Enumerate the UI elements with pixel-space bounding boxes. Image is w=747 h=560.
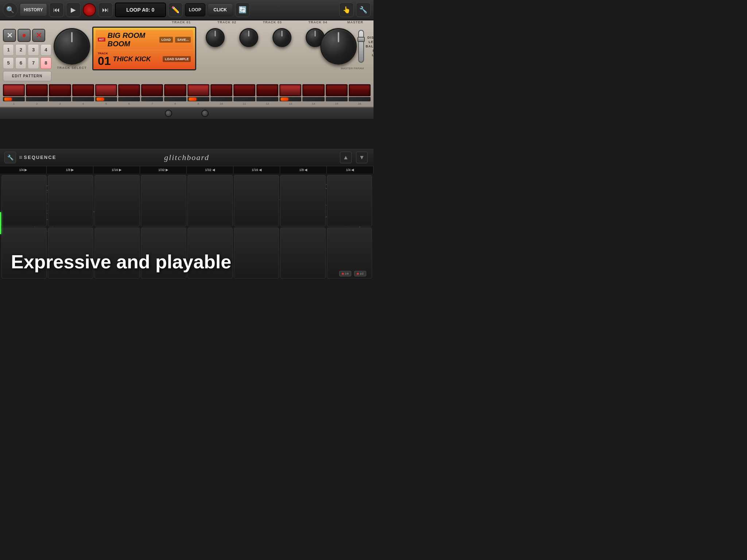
load-sample-button[interactable]: LOAD SAMPLE xyxy=(163,56,191,62)
master-knob[interactable] xyxy=(320,28,357,65)
seq-label-5: 1/32 ◀ xyxy=(187,166,233,174)
track-knob-3-dial[interactable] xyxy=(272,28,291,47)
pad-button-14[interactable] xyxy=(302,84,324,96)
master-slider-handle[interactable] xyxy=(357,37,365,42)
green-indicator xyxy=(0,212,1,234)
pad-number-14: 14 xyxy=(302,102,324,105)
num-btn-5[interactable]: 5 xyxy=(3,57,14,69)
num-btn-1[interactable]: 1 xyxy=(3,44,14,56)
pad-2[interactable]: 2 xyxy=(26,84,48,105)
grid-pad-14[interactable] xyxy=(234,228,279,279)
indicator-label-2: 1/2 xyxy=(360,272,364,275)
kit-display-row: KIT BIG ROOM BOOM LOAD SAVE... xyxy=(96,30,193,50)
pad-indicator-11 xyxy=(233,97,255,101)
num-btn-6[interactable]: 6 xyxy=(15,57,26,69)
num-btn-4[interactable]: 4 xyxy=(40,44,51,56)
pad-7[interactable]: 7 xyxy=(141,84,163,105)
pad-10[interactable]: 10 xyxy=(210,84,232,105)
pad-button-12[interactable] xyxy=(256,84,278,96)
pad-14[interactable]: 14 xyxy=(302,84,324,105)
pad-15[interactable]: 15 xyxy=(326,84,348,105)
grid-pad-8[interactable] xyxy=(327,175,372,226)
track-knob-1-dial[interactable] xyxy=(206,28,225,47)
pad-12[interactable]: 12 xyxy=(256,84,278,105)
master-param-length[interactable]: LENGTH xyxy=(365,40,374,44)
pad-light-5 xyxy=(97,98,104,101)
pad-button-9[interactable] xyxy=(187,84,209,96)
pad-13[interactable]: 13 xyxy=(279,84,301,105)
history-button[interactable]: HISTORY xyxy=(20,3,47,16)
grid-pad-15[interactable] xyxy=(280,228,325,279)
pad-6[interactable]: 6 xyxy=(118,84,140,105)
num-btn-2[interactable]: 2 xyxy=(15,44,26,56)
pad-11[interactable]: 11 xyxy=(233,84,255,105)
pad-5[interactable]: 5 xyxy=(95,84,117,105)
pencil-icon[interactable]: ✏️ xyxy=(168,3,183,17)
loop-button[interactable]: LOOP xyxy=(185,3,205,16)
pad-button-15[interactable] xyxy=(326,84,348,96)
master-param-distort[interactable]: DISTORT xyxy=(365,36,374,39)
pad-button-8[interactable] xyxy=(164,84,186,96)
pad-button-11[interactable] xyxy=(233,84,255,96)
grid-pad-4[interactable] xyxy=(141,175,186,226)
skip-forward-button[interactable]: ⏭ xyxy=(98,3,113,17)
pad-button-16[interactable] xyxy=(349,84,371,96)
pad-number-12: 12 xyxy=(256,102,278,105)
grid-pad-3[interactable] xyxy=(94,175,140,226)
master-param-pitch[interactable]: PITCH xyxy=(365,49,374,52)
skip-back-button[interactable]: ⏮ xyxy=(49,3,64,17)
load-button[interactable]: LOAD xyxy=(159,37,173,43)
sequence-icon: ≡ xyxy=(19,154,22,161)
master-slider[interactable] xyxy=(358,30,364,63)
cursor-icon[interactable]: 👆 xyxy=(339,3,354,17)
num-btn-7[interactable]: 7 xyxy=(28,57,39,69)
record-button[interactable] xyxy=(83,3,96,16)
click-button[interactable]: CLICK xyxy=(208,3,233,16)
settings-icon[interactable]: 🔧 xyxy=(356,3,371,17)
x-buttons: ✕ ● ✕ xyxy=(3,29,51,42)
x-button-3[interactable]: ✕ xyxy=(32,29,45,42)
pad-9[interactable]: 9 xyxy=(187,84,209,105)
num-btn-8[interactable]: 8 xyxy=(40,57,51,69)
pad-button-10[interactable] xyxy=(210,84,232,96)
sequence-button[interactable]: ≡ SEQUENCE xyxy=(19,154,56,161)
grid-pad-6[interactable] xyxy=(234,175,279,226)
pad-indicator-15 xyxy=(326,97,348,101)
pad-button-7[interactable] xyxy=(141,84,163,96)
wrench-icon[interactable]: 🔧 xyxy=(4,152,16,163)
down-arrow-button[interactable]: ▼ xyxy=(356,152,368,163)
grid-pad-5[interactable] xyxy=(187,175,233,226)
connector-bar xyxy=(0,108,374,119)
pad-button-13[interactable] xyxy=(279,84,301,96)
pad-button-3[interactable] xyxy=(49,84,71,96)
search-icon[interactable]: 🔍 xyxy=(3,3,18,17)
pad-4[interactable]: 4 xyxy=(72,84,94,105)
grid-pad-2[interactable] xyxy=(48,175,93,226)
track-knob-2-dial[interactable] xyxy=(239,28,258,47)
pad-8[interactable]: 8 xyxy=(164,84,186,105)
pad-button-5[interactable] xyxy=(95,84,117,96)
play-button[interactable]: ▶ xyxy=(66,3,81,17)
num-btn-3[interactable]: 3 xyxy=(28,44,39,56)
pad-3[interactable]: 3 xyxy=(49,84,71,105)
indicator-dot-1 xyxy=(342,273,344,275)
master-param-level[interactable]: LEVEL xyxy=(365,53,374,57)
pad-button-6[interactable] xyxy=(118,84,140,96)
pad-button-1[interactable] xyxy=(3,84,25,96)
x-button-1[interactable]: ✕ xyxy=(3,29,16,42)
x-button-2[interactable]: ● xyxy=(18,29,31,42)
save-button[interactable]: SAVE... xyxy=(175,37,191,43)
track-select-knob[interactable] xyxy=(54,28,90,65)
edit-pattern-button[interactable]: EDIT PATTERN xyxy=(3,71,51,81)
master-param-balance[interactable]: BALANCE xyxy=(365,44,374,48)
up-arrow-button[interactable]: ▲ xyxy=(340,152,352,163)
refresh-icon[interactable]: 🔄 xyxy=(235,3,250,17)
pad-button-4[interactable] xyxy=(72,84,94,96)
track-header-1: TRACK 01 xyxy=(159,20,204,25)
pad-light-9 xyxy=(189,98,196,101)
grid-pad-1[interactable] xyxy=(1,175,47,226)
pad-button-2[interactable] xyxy=(26,84,48,96)
grid-pad-7[interactable] xyxy=(280,175,325,226)
pad-16[interactable]: 16 xyxy=(349,84,371,105)
pad-1[interactable]: 1 xyxy=(3,84,25,105)
